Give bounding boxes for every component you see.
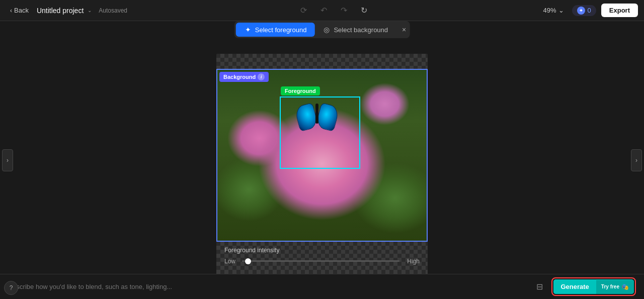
topbar-left: ‹ Back Untitled project ⌄ Autosaved	[6, 5, 127, 16]
redo-button[interactable]: ↷	[337, 4, 351, 18]
topbar-right: 49% ⌄ ✦ 0 Export	[540, 4, 638, 17]
credits-icon: ✦	[577, 7, 585, 15]
filter-button[interactable]: ⊟	[532, 280, 546, 294]
bottom-toolbar: ? ⊟ Generate Try free 🎭	[0, 274, 644, 299]
autosaved-label: Autosaved	[99, 7, 127, 14]
refresh-button[interactable]: ↻	[357, 4, 371, 18]
topbar-actions: ⟳ ↶ ↷ ↻	[296, 4, 371, 18]
credits-badge[interactable]: ✦ 0	[572, 5, 596, 16]
credits-count: 0	[588, 7, 591, 14]
generate-button-wrapper: Generate Try free 🎭	[551, 277, 636, 296]
crown-icon: 🎭	[621, 283, 629, 290]
try-free-badge: Try free 🎭	[596, 280, 634, 294]
foreground-selection-box[interactable]: Foreground	[280, 96, 360, 169]
intensity-low-label: Low	[224, 258, 237, 265]
canvas-area: Background i Foreground	[216, 54, 428, 282]
generate-button[interactable]: Generate Try free 🎭	[553, 279, 634, 294]
zoom-control[interactable]: 49% ⌄	[540, 5, 567, 16]
right-arrow-icon: ›	[635, 157, 637, 164]
intensity-high-label: High	[405, 258, 420, 265]
chevron-down-icon[interactable]: ⌄	[88, 8, 92, 13]
export-button[interactable]: Export	[601, 4, 638, 17]
intensity-label: Foreground intensity	[224, 247, 420, 254]
generate-label: Generate	[553, 279, 596, 294]
tab-close-button[interactable]: ×	[400, 25, 408, 35]
background-tab-label: Select background	[334, 26, 388, 34]
try-free-label: Try free	[601, 284, 619, 289]
back-label: Back	[14, 7, 29, 14]
history-reset-button[interactable]: ⟳	[296, 4, 310, 18]
intensity-thumb	[245, 258, 251, 264]
foreground-tab-icon: ✦	[244, 26, 252, 34]
left-arrow-icon: ›	[7, 157, 9, 164]
tab-select-background[interactable]: ◎ Select background	[314, 23, 396, 37]
foreground-tab-label: Select foreground	[255, 26, 307, 34]
project-title[interactable]: Untitled project	[37, 7, 84, 15]
undo-button[interactable]: ↶	[316, 4, 331, 18]
back-button[interactable]: ‹ Back	[6, 5, 33, 16]
background-badge-text: Background	[223, 74, 256, 80]
image-container[interactable]: Background i Foreground	[216, 69, 428, 242]
tab-select-foreground[interactable]: ✦ Select foreground	[236, 23, 315, 37]
help-button[interactable]: ?	[4, 281, 18, 295]
tabbar: ✦ Select foreground ◎ Select background …	[234, 21, 410, 38]
background-tab-icon: ◎	[323, 26, 331, 34]
intensity-slider[interactable]	[242, 260, 399, 262]
zoom-value: 49%	[543, 7, 556, 14]
topbar: ‹ Back Untitled project ⌄ Autosaved ⟳ ↶ …	[0, 0, 644, 21]
intensity-row: Low High	[224, 258, 420, 265]
main-area: › Background i	[0, 21, 644, 299]
zoom-chevron-icon: ⌄	[558, 7, 564, 14]
prompt-input[interactable]	[8, 283, 527, 290]
background-badge: Background i	[219, 72, 269, 82]
filter-icon: ⊟	[536, 282, 543, 291]
info-icon[interactable]: i	[258, 73, 265, 80]
foreground-badge: Foreground	[281, 86, 320, 95]
canvas-wrapper: Background i Foreground	[216, 54, 428, 282]
right-panel-arrow[interactable]: ›	[631, 149, 642, 171]
left-panel-arrow[interactable]: ›	[2, 149, 13, 171]
back-arrow-icon: ‹	[10, 7, 12, 14]
bottom-content: Foreground intensity Low High	[216, 242, 428, 272]
